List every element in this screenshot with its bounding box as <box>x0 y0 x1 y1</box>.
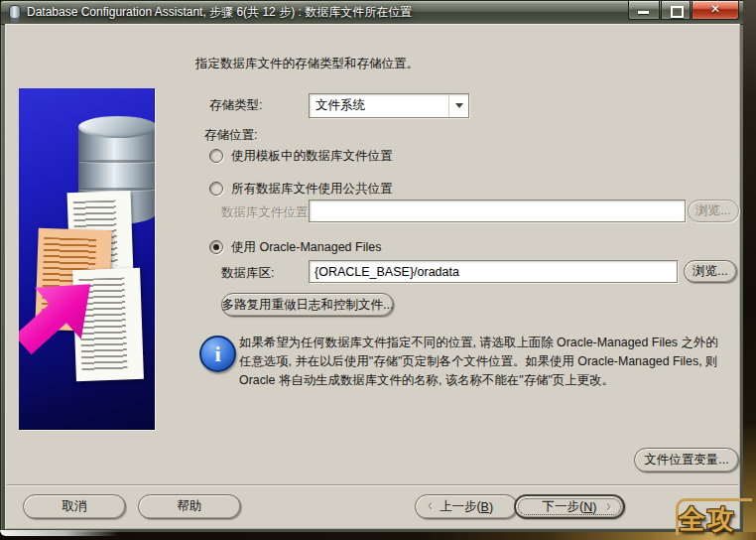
next-button[interactable]: 下一步(N) › <box>514 494 625 519</box>
storage-type-dropdown[interactable]: 文件系统 <box>309 93 469 118</box>
file-location-variables-button[interactable]: 文件位置变量... <box>634 448 739 472</box>
back-button[interactable]: ‹ 上一步(B) <box>415 494 518 519</box>
window-controls: ✕ <box>628 1 739 20</box>
minimize-button[interactable] <box>628 1 660 20</box>
dialog-window: Database Configuration Assistant, 步骤 6(共… <box>0 0 745 535</box>
radio-option-template-location[interactable]: 使用模板中的数据库文件位置 <box>209 148 393 164</box>
multiplex-redo-logs-button[interactable]: 多路复用重做日志和控制文件... <box>221 293 394 317</box>
dialog-body: 指定数据库文件的存储类型和存储位置。 存储类型: 文件系统 存储位置: 使用模板… <box>5 24 740 529</box>
db-area-browse-button[interactable]: 浏览... <box>684 260 737 283</box>
radio-option-oracle-managed-files[interactable]: 使用 Oracle-Managed Files <box>209 239 381 255</box>
db-area-input[interactable] <box>309 260 678 283</box>
db-file-location-input <box>309 200 686 222</box>
db-file-location-label: 数据库文件位置: <box>221 204 312 221</box>
title-bar: Database Configuration Assistant, 步骤 6(共… <box>1 1 744 25</box>
dropdown-arrow-button[interactable] <box>448 94 468 117</box>
radio-option-label: 使用模板中的数据库文件位置 <box>231 148 393 165</box>
frame-right-edge <box>743 0 756 540</box>
storage-type-label: 存储类型: <box>209 97 262 114</box>
radio-selected-icon <box>209 240 223 254</box>
maximize-icon <box>671 6 684 18</box>
maximize-button[interactable] <box>661 1 691 20</box>
radio-option-label: 所有数据库文件使用公共位置 <box>231 181 393 198</box>
watermark-text: 全攻略 <box>679 501 756 540</box>
close-button[interactable]: ✕ <box>692 1 739 20</box>
wizard-graphic <box>19 88 155 430</box>
db-file-location-browse-button: 浏览... <box>688 200 739 222</box>
window-title: Database Configuration Assistant, 步骤 6(共… <box>27 1 412 24</box>
help-button[interactable]: 帮助 <box>138 494 241 519</box>
minimize-icon <box>638 11 649 14</box>
storage-type-value: 文件系统 <box>310 97 448 114</box>
instruction-text: 指定数据库文件的存储类型和存储位置。 <box>195 56 419 72</box>
footer-separator <box>7 484 738 486</box>
db-area-label: 数据库区: <box>221 265 274 282</box>
close-icon: ✕ <box>693 2 738 16</box>
storage-location-label: 存储位置: <box>204 127 257 144</box>
screen: { "window": { "title": "Database Configu… <box>0 0 756 540</box>
back-chevron-icon: ‹ <box>428 496 433 514</box>
frame-silver-highlight <box>0 530 119 536</box>
info-text: 如果希望为任何数据库文件指定不同的位置, 请选取上面除 Oracle-Manag… <box>239 334 719 390</box>
app-icon <box>8 5 23 20</box>
info-icon: i <box>199 336 236 372</box>
chevron-down-icon <box>455 103 463 108</box>
radio-option-label: 使用 Oracle-Managed Files <box>231 239 381 256</box>
cancel-button[interactable]: 取消 <box>23 494 126 519</box>
radio-icon <box>209 149 223 163</box>
next-chevron-icon: › <box>606 497 611 515</box>
radio-option-common-location[interactable]: 所有数据库文件使用公共位置 <box>209 181 393 197</box>
radio-icon <box>209 182 223 196</box>
